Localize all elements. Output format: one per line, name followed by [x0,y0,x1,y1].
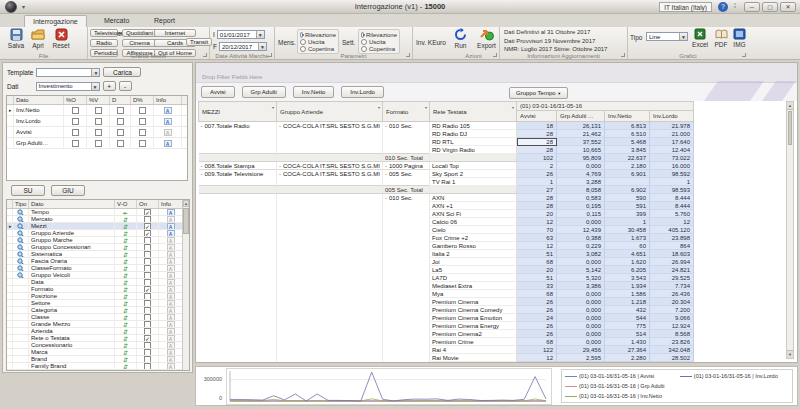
checkbox[interactable] [95,129,102,136]
cell-avvisi[interactable]: 63 [517,234,557,242]
cell-inv-lordo[interactable]: 18.603 [650,250,694,258]
info-icon[interactable]: A [167,279,175,285]
table-row[interactable]: Inv.LordoA [7,116,187,127]
cell-avvisi[interactable]: 68 [517,338,557,346]
cell-avvisi[interactable]: 68 [517,290,557,298]
cell-inv-lordo[interactable]: 16.000 [650,162,694,170]
table-row[interactable]: Rai Movie122,5952.28028.502 [199,354,694,362]
cell-inv-lordo[interactable]: 7.734 [650,282,694,290]
cell-inv-netto[interactable]: 591 [605,202,650,210]
cell-inv-netto[interactable]: 514 [605,330,650,338]
cell-avvisi[interactable]: 12 [517,218,557,226]
collapse-icon[interactable]: - [201,123,203,129]
table-row[interactable]: Premium Cinema2260,0005148.568 [199,330,694,338]
info-icon[interactable]: A [167,307,175,313]
cell-inv-lordo[interactable]: 29.525 [650,274,694,282]
cell-inv-netto[interactable]: 4.651 [605,250,650,258]
value-column-header-avvisi[interactable]: Avvisi [517,111,557,122]
table-row[interactable]: -010 Sec.AXN280,5835908.444 [199,194,694,202]
table-row[interactable]: AvvisiA [7,127,187,138]
mezzo-button-cinema[interactable]: Cinema [122,39,157,47]
chip-avvisi[interactable]: Avvisi [201,86,235,98]
list-item-family-brand[interactable]: Family Brand⇵A [7,363,189,370]
table-row[interactable]: -008.Totale Stampa-COCA-COLA IT.SRL SEST… [199,162,694,170]
table-row[interactable]: Cielo7012,43930.458405.120 [199,226,694,234]
band-header-gruppo-tempo[interactable]: (01) 03-01-16/31-05-16 [517,102,694,111]
list-item-mezzi[interactable]: ▸Mezzi⇵✓A [7,223,189,230]
table-row[interactable]: Grp Adulti …A [7,138,187,149]
cell-inv-netto[interactable]: 2.280 [605,354,650,362]
cell-inv-lordo[interactable]: 17.640 [650,138,694,146]
radio-icon[interactable] [361,46,367,52]
list-item-posizione[interactable]: Posizione⇵A [7,293,189,300]
cell-avvisi[interactable]: 102 [517,154,557,162]
collapse-icon[interactable]: - [201,163,203,169]
checkbox[interactable] [72,107,79,114]
collapse-icon[interactable]: - [385,195,387,201]
table-row[interactable]: Premium Cinema Energy260,00077512.924 [199,322,694,330]
cell-grp-adulti[interactable]: 3,288 [557,178,605,186]
list-item-settore[interactable]: Settore⇵A [7,300,189,307]
cell-grp-adulti[interactable]: 0,000 [557,290,605,298]
cell-inv-netto[interactable]: 1.430 [605,338,650,346]
dialog-launcher-icon[interactable] [742,53,746,57]
ellipsis-button[interactable]: … [42,140,48,146]
cell-grp-adulti[interactable]: 0,229 [557,242,605,250]
cell-inv-lordo[interactable]: 21.000 [650,130,694,138]
list-item-fascia-oraria[interactable]: Fascia Oraria⇵A [7,258,189,265]
cell-inv-netto[interactable]: 6.901 [605,170,650,178]
cell-grp-adulti[interactable]: 5,142 [557,266,605,274]
cell-inv-netto[interactable]: 1.934 [605,282,650,290]
table-row[interactable]: Joi680,0001.62026.994 [199,258,694,266]
scroll-up-icon[interactable]: ▲ [183,200,189,207]
chip-grp-adulti[interactable]: Grp Adulti [242,86,286,98]
cell-grp-adulti[interactable]: 95,809 [557,154,605,162]
checkbox[interactable] [144,293,151,299]
checkbox[interactable] [144,342,151,348]
dialog-launcher-icon[interactable] [621,53,625,57]
cell-avvisi[interactable]: 28 [517,138,557,146]
date-end-input[interactable]: 20/12/2017▼ [219,42,267,51]
checkbox[interactable] [144,321,151,327]
info-icon[interactable]: A [167,342,175,348]
checkbox[interactable] [117,118,124,125]
date-start-input[interactable]: 01/01/2017▼ [217,30,265,39]
info-icon[interactable]: A [167,230,175,236]
cell-grp-adulti[interactable]: 2,595 [557,354,605,362]
info-icon[interactable]: A [167,349,175,355]
cell-inv-lordo[interactable]: 23.898 [650,234,694,242]
dati-select[interactable]: Investimento▼ [36,82,100,91]
radio-icon[interactable] [361,39,367,45]
list-item-sistematica[interactable]: Sistematica⇵A [7,251,189,258]
cell-grp-adulti[interactable]: 3,082 [557,250,605,258]
cell-inv-netto[interactable]: 1.673 [605,234,650,242]
cell-grp-adulti[interactable]: 26,131 [557,122,605,130]
radio-icon[interactable] [300,46,306,52]
radio-option-rilevazione[interactable]: Rilevazione [361,31,397,38]
list-item-tempo[interactable]: Tempo↞✓A [7,209,189,216]
scroll-thumb[interactable] [183,208,189,234]
checkbox[interactable]: ✓ [144,286,151,292]
info-icon[interactable]: A [167,216,175,222]
info-icon[interactable]: A [167,251,175,257]
cell-inv-lordo[interactable]: 28.502 [650,354,694,362]
cell-inv-lordo[interactable]: 26.994 [650,258,694,266]
info-icon[interactable]: A [167,223,175,229]
cell-inv-lordo[interactable]: 73.022 [650,154,694,162]
checkbox[interactable] [144,279,151,285]
cell-grp-adulti[interactable]: 3,386 [557,282,605,290]
column-header-formato[interactable]: Formato▾ [383,102,430,122]
collapse-icon[interactable]: - [201,171,203,177]
cell-inv-netto[interactable]: 6.902 [605,186,650,194]
maximize-button[interactable]: ▢ [762,2,778,12]
cell-inv-netto[interactable]: 6.510 [605,130,650,138]
info-icon[interactable]: A [167,363,175,369]
collapse-icon[interactable]: - [279,171,281,177]
list-item-gruppo-marche[interactable]: Gruppo Marche⇵A [7,237,189,244]
cell-grp-adulti[interactable]: 0,583 [557,194,605,202]
cell-grp-adulti[interactable]: 0,000 [557,218,605,226]
cell-avvisi[interactable]: 51 [517,274,557,282]
chevron-down-icon[interactable]: ▼ [557,91,561,96]
cell-inv-lordo[interactable]: 8.444 [650,202,694,210]
cell-avvisi[interactable]: 12 [517,242,557,250]
